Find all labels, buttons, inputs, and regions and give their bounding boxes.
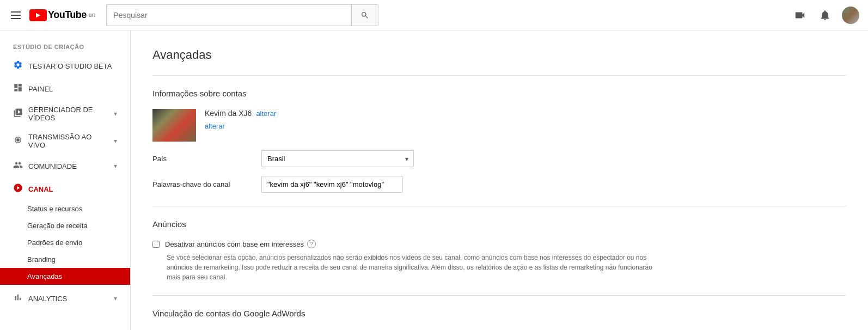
create-video-button[interactable] bbox=[792, 7, 808, 23]
sidebar-item-label: PAINEL bbox=[28, 85, 117, 93]
yt-icon bbox=[29, 9, 47, 21]
settings-icon bbox=[13, 60, 23, 72]
informacoes-section: Informações sobre contas Kevim da XJ6 al… bbox=[152, 89, 846, 193]
sidebar: ESTÚDIO DE CRIAÇÃO TESTAR O STUDIO BETA … bbox=[0, 30, 131, 330]
channel-info-row: Kevim da XJ6 alterar alterar bbox=[152, 109, 846, 142]
sidebar-item-label: ANALYTICS bbox=[28, 295, 108, 303]
dashboard-icon bbox=[13, 83, 23, 95]
sidebar-sub-padroes[interactable]: Padrões de envio bbox=[0, 234, 130, 251]
sidebar-item-painel[interactable]: PAINEL bbox=[0, 77, 130, 100]
help-icon[interactable]: ? bbox=[307, 240, 316, 248]
layout: ESTÚDIO DE CRIAÇÃO TESTAR O STUDIO BETA … bbox=[0, 30, 868, 330]
canal-icon bbox=[13, 183, 23, 195]
topbar-right bbox=[792, 7, 859, 24]
sidebar-item-label: TRANSMISSÃO AO VIVO bbox=[28, 133, 108, 149]
video-manager-icon bbox=[13, 108, 23, 120]
sidebar-item-studio-beta[interactable]: TESTAR O STUDIO BETA bbox=[0, 54, 130, 77]
sidebar-item-analytics[interactable]: ANALYTICS ▾ bbox=[0, 287, 130, 310]
channel-thumb-image bbox=[152, 109, 196, 142]
adwords-title: Vinculação de contas do Google AdWords bbox=[152, 309, 846, 318]
yt-wordmark: YouTube bbox=[48, 9, 87, 21]
desativar-anuncios-checkbox[interactable] bbox=[152, 241, 160, 248]
sidebar-item-label: TESTAR O STUDIO BETA bbox=[28, 62, 117, 70]
checkbox-row: Desativar anúncios com base em interesse… bbox=[152, 240, 846, 248]
search-button[interactable] bbox=[351, 5, 378, 26]
checkbox-label-text: Desativar anúncios com base em interesse… bbox=[165, 240, 304, 248]
channel-name-block: Kevim da XJ6 alterar alterar bbox=[205, 109, 276, 130]
palavras-control bbox=[261, 176, 414, 193]
channel-name: Kevim da XJ6 bbox=[205, 109, 252, 118]
topbar-left: YouTubeBR bbox=[9, 9, 95, 21]
checkbox-label[interactable]: Desativar anúncios com base em interesse… bbox=[165, 240, 316, 248]
hamburger-menu[interactable] bbox=[9, 9, 23, 21]
sidebar-item-transmissao[interactable]: TRANSMISSÃO AO VIVO ▾ bbox=[0, 127, 130, 155]
channel-name-row: Kevim da XJ6 alterar bbox=[205, 109, 276, 118]
live-icon bbox=[13, 135, 23, 147]
sidebar-sub-status[interactable]: Status e recursos bbox=[0, 200, 130, 217]
analytics-icon bbox=[13, 292, 23, 304]
sidebar-sub-branding[interactable]: Branding bbox=[0, 251, 130, 268]
svg-point-0 bbox=[16, 138, 20, 142]
adwords-section: Vinculação de contas do Google AdWords bbox=[152, 309, 846, 318]
sidebar-item-canal[interactable]: CANAL bbox=[0, 178, 130, 200]
topbar: YouTubeBR bbox=[0, 0, 868, 30]
sidebar-sub-receita[interactable]: Geração de receita bbox=[0, 217, 130, 234]
chevron-down-icon: ▾ bbox=[114, 162, 117, 170]
canal-label: CANAL bbox=[28, 185, 117, 193]
divider-anuncios bbox=[152, 206, 846, 206]
sidebar-item-comunidade[interactable]: COMUNIDADE ▾ bbox=[0, 155, 130, 178]
change-name-link[interactable]: alterar bbox=[256, 109, 276, 118]
pais-select-wrapper: Brasil Portugal Angola ▾ bbox=[261, 150, 414, 167]
chevron-down-icon: ▾ bbox=[114, 137, 117, 145]
sidebar-item-label: COMUNIDADE bbox=[28, 162, 108, 170]
informacoes-title: Informações sobre contas bbox=[152, 89, 846, 98]
yt-badge: BR bbox=[89, 13, 96, 18]
avatar[interactable] bbox=[842, 7, 859, 24]
sidebar-item-gerenciador[interactable]: GERENCIADOR DE VÍDEOS ▾ bbox=[0, 100, 130, 127]
channel-thumbnail bbox=[152, 109, 196, 142]
palavras-label: Palavras-chave do canal bbox=[152, 180, 261, 188]
notifications-button[interactable] bbox=[817, 7, 833, 23]
palavras-input[interactable] bbox=[261, 176, 403, 193]
page-title: Avançadas bbox=[152, 48, 846, 62]
divider-top bbox=[152, 75, 846, 76]
sidebar-item-label: GERENCIADOR DE VÍDEOS bbox=[28, 106, 108, 122]
pais-select[interactable]: Brasil Portugal Angola bbox=[261, 150, 414, 167]
sidebar-section-title: ESTÚDIO DE CRIAÇÃO bbox=[0, 39, 130, 54]
sidebar-sub-avancadas[interactable]: Avançadas bbox=[0, 268, 130, 285]
anuncios-section: Anúncios Desativar anúncios com base em … bbox=[152, 219, 846, 282]
divider-adwords bbox=[152, 295, 846, 296]
main-content: Avançadas Informações sobre contas Kevim… bbox=[131, 30, 868, 330]
chevron-down-icon: ▾ bbox=[114, 110, 117, 118]
search-box bbox=[106, 4, 378, 26]
search-input[interactable] bbox=[107, 7, 351, 24]
anuncios-title: Anúncios bbox=[152, 219, 846, 229]
community-icon bbox=[13, 160, 23, 172]
palavras-row: Palavras-chave do canal bbox=[152, 176, 846, 193]
youtube-logo: YouTubeBR bbox=[29, 9, 95, 21]
pais-row: País Brasil Portugal Angola ▾ bbox=[152, 150, 846, 167]
chevron-down-icon: ▾ bbox=[114, 295, 117, 302]
change-photo-link[interactable]: alterar bbox=[205, 122, 276, 130]
ads-description: Se você selecionar esta opção, anúncios … bbox=[167, 253, 657, 282]
pais-label: País bbox=[152, 155, 261, 163]
